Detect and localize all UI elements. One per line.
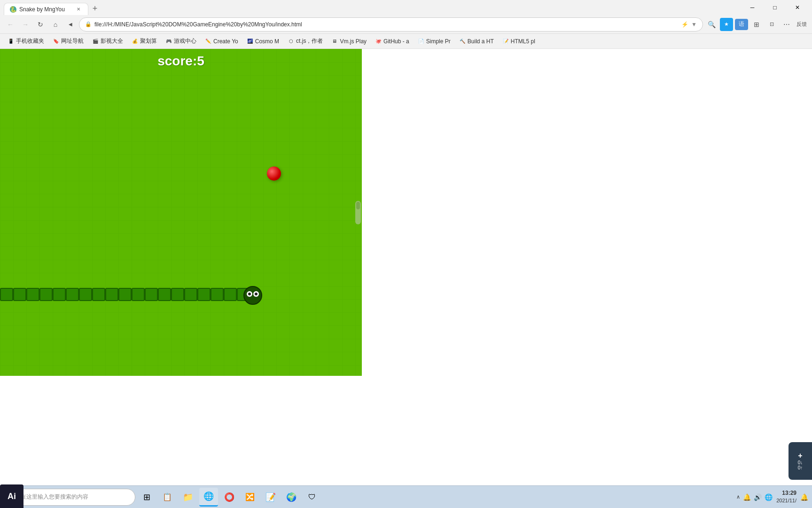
- taskbar-shuffle[interactable]: 🔀: [241, 488, 259, 507]
- feedback-label[interactable]: 反馈: [795, 18, 808, 31]
- minimize-button[interactable]: ─: [742, 0, 763, 15]
- right-panel: [362, 49, 812, 493]
- browser-chrome: 🐍 Snake by MngYou ✕ + ─ □ ✕ ← → ↻ ⌂ ◀ 🔒 …: [0, 0, 812, 49]
- content-area: score:5: [0, 49, 812, 493]
- snake-segment: [13, 288, 26, 301]
- snake-segment: [105, 288, 118, 301]
- bookmark-buildaht[interactable]: 🔨 Build a HT: [455, 37, 498, 46]
- nav-search-button[interactable]: 🔍: [705, 18, 718, 31]
- taskbar-cortana[interactable]: ⭕: [220, 488, 239, 507]
- bookmark-icon-html5pl: 📝: [502, 38, 509, 45]
- bookmark-label-yingshi: 影视大全: [101, 37, 123, 45]
- bookmark-ctjs[interactable]: ⬡ ct.js，作者: [284, 36, 327, 46]
- forward-button[interactable]: →: [19, 18, 32, 31]
- taskbar-search-placeholder: 在这里输入您要搜索的内容: [21, 493, 88, 501]
- bookmark-label-createyo: Create Yo: [213, 38, 238, 45]
- taskbar-icons: ⊞ 📋 📁 🌐 ⭕ 🔀 📝 🌍 🛡: [137, 488, 321, 507]
- bookmark-icon-github: 🐙: [375, 38, 382, 45]
- collections-icon: ★: [724, 21, 729, 27]
- bookmark-icon-createyo: ✏️: [205, 38, 211, 45]
- tab-area: 🐍 Snake by MngYou ✕ +: [4, 0, 740, 15]
- taskbar-task-view[interactable]: 📋: [158, 488, 177, 507]
- snake-segment: [171, 288, 184, 301]
- notification-icon[interactable]: 🔔: [800, 493, 808, 501]
- taskbar-security[interactable]: 🛡: [303, 488, 321, 507]
- snake-body: [0, 49, 362, 376]
- float-bot-label: 0↑: [798, 465, 803, 470]
- bookmark-label-html5pl: HTML5 pl: [511, 38, 535, 45]
- bookmark-label-ctjs: ct.js，作者: [296, 37, 323, 45]
- bookmark-youxi[interactable]: 🎮 游戏中心: [162, 36, 200, 46]
- floating-action-button[interactable]: + 0↓ 0↑: [789, 442, 812, 480]
- taskbar-start-button[interactable]: ⊞: [137, 488, 156, 507]
- taskbar-notepad[interactable]: 📝: [261, 488, 280, 507]
- snake-segment: [224, 288, 237, 301]
- bookmark-yingshi[interactable]: 🎬 影视大全: [88, 36, 127, 46]
- active-tab[interactable]: 🐍 Snake by MngYou ✕: [4, 3, 88, 15]
- history-button[interactable]: ◀: [64, 18, 77, 31]
- snake-segment: [145, 288, 158, 301]
- bookmark-icon-shouji: 📱: [8, 38, 14, 45]
- tray-wifi-icon[interactable]: 🌐: [765, 493, 773, 501]
- snake-segment: [158, 288, 171, 301]
- refresh-button[interactable]: ↻: [34, 18, 47, 31]
- snake-segment: [118, 288, 132, 301]
- bookmark-vmjs[interactable]: 🖥 Vm.js Play: [328, 37, 370, 46]
- bookmark-simplepr[interactable]: 📄 Simple Pr: [414, 37, 454, 46]
- tray-network-icon[interactable]: 🔔: [743, 493, 751, 501]
- bookmark-github[interactable]: 🐙 GitHub - a: [371, 37, 413, 46]
- more-options-button[interactable]: ⋯: [780, 18, 793, 31]
- back-button[interactable]: ←: [4, 18, 17, 31]
- tab-close-button[interactable]: ✕: [75, 6, 82, 13]
- tray-up-icon[interactable]: ∧: [736, 494, 740, 500]
- bookmark-icon-wangzhi: 🔖: [53, 38, 59, 45]
- snake-segment: [66, 288, 79, 301]
- bookmark-icon-simplepr: 📄: [418, 38, 424, 45]
- snake-segment: [39, 288, 53, 301]
- taskbar-ie[interactable]: 🌍: [282, 488, 301, 507]
- tab-label: Snake by MngYou: [19, 6, 72, 13]
- bookmark-label-juhuasuan: 聚划算: [140, 37, 157, 45]
- taskbar-explorer[interactable]: 📁: [179, 488, 197, 507]
- home-button[interactable]: ⌂: [49, 18, 62, 31]
- taskbar-search[interactable]: 🔍 在这里输入您要搜索的内容: [4, 489, 135, 506]
- profile-button[interactable]: 语: [735, 19, 748, 30]
- bookmark-html5pl[interactable]: 📝 HTML5 pl: [499, 37, 539, 46]
- taskbar-edge-pinned[interactable]: 🌐: [199, 488, 218, 507]
- clock-time: 13:29: [776, 489, 796, 497]
- maximize-button[interactable]: □: [764, 0, 786, 15]
- snake-eye-right: [253, 291, 259, 297]
- bookmark-shouji[interactable]: 📱 手机收藏夹: [4, 36, 48, 46]
- ai-button[interactable]: Ai: [0, 484, 23, 508]
- url-text: file:///H:/MINE/JavaScript%20DOM%20GameE…: [94, 21, 679, 28]
- bookmark-label-simplepr: Simple Pr: [426, 38, 451, 45]
- bookmark-juhuasuan[interactable]: 💰 聚划算: [128, 36, 161, 46]
- bookmark-icon-buildaht: 🔨: [459, 38, 466, 45]
- bookmark-icon-youxi: 🎮: [165, 38, 172, 45]
- close-button[interactable]: ✕: [787, 0, 808, 15]
- bookmark-icon-vmjs: 🖥: [331, 38, 338, 45]
- bookmark-createyo[interactable]: ✏️ Create Yo: [201, 37, 242, 46]
- bookmark-icon-ctjs: ⬡: [288, 38, 294, 45]
- collections-button[interactable]: ★: [720, 18, 733, 31]
- system-clock[interactable]: 13:29 2021/11/: [776, 489, 796, 504]
- split-view-button[interactable]: ⊡: [765, 18, 778, 31]
- title-bar: 🐍 Snake by MngYou ✕ + ─ □ ✕: [0, 0, 812, 15]
- bookmark-wangzhi[interactable]: 🔖 网址导航: [49, 36, 87, 46]
- tray-sound-icon[interactable]: 🔊: [754, 493, 762, 501]
- snake-segment: [132, 288, 145, 301]
- bookmark-label-youxi: 游戏中心: [174, 37, 196, 45]
- snake-segment: [211, 288, 224, 301]
- bookmark-cosmo[interactable]: 🌌 Cosmo M: [243, 37, 283, 46]
- snake-segment: [184, 288, 197, 301]
- address-bar[interactable]: 🔒 file:///H:/MINE/JavaScript%20DOM%20Gam…: [79, 17, 703, 32]
- snake-segment: [53, 288, 66, 301]
- game-area[interactable]: score:5: [0, 49, 362, 376]
- bookmark-icon-yingshi: 🎬: [92, 38, 99, 45]
- new-tab-button[interactable]: +: [88, 2, 102, 15]
- extensions-button[interactable]: ⊞: [750, 18, 763, 31]
- lightning-icon: ⚡: [681, 21, 688, 28]
- snake-segment: [92, 288, 105, 301]
- system-tray: ∧ 🔔 🔊 🌐: [736, 493, 773, 501]
- nav-right-buttons: 🔍 ★ 语 ⊞ ⊡ ⋯ 反馈: [705, 18, 808, 31]
